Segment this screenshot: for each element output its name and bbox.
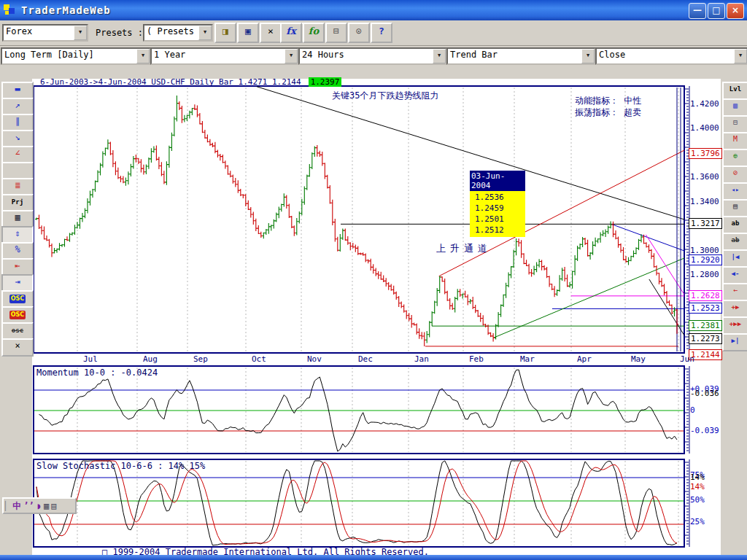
level-tool[interactable]: Lvl: [722, 82, 747, 100]
range-combobox[interactable]: 1 Year▼: [150, 47, 299, 65]
ime-grip[interactable]: ▏: [5, 501, 10, 511]
delete-button[interactable]: ×: [260, 23, 282, 43]
client-area: [32, 79, 721, 556]
step-back-button[interactable]: ←: [722, 283, 747, 301]
zoom-in-button[interactable]: ⊕: [722, 149, 747, 167]
month-label: Jan: [414, 354, 429, 364]
zoom-marked-button[interactable]: M: [722, 132, 747, 150]
delete-object-tool[interactable]: ×: [1, 338, 34, 357]
field-combobox-value: Close: [597, 49, 734, 63]
page-back-button[interactable]: ◀-: [722, 266, 747, 284]
indicator-axis-label: 25%: [690, 517, 705, 526]
presets-combobox[interactable]: ( Presets ) ▼: [143, 24, 213, 42]
trendline-annotation: 关键35个月下跌趋势线阻力: [332, 90, 438, 102]
tooltip-value: 1.2536: [470, 192, 525, 203]
price-tick-label: 1.3000: [690, 246, 719, 255]
zoom-marked-button-icon: M: [733, 135, 738, 143]
add-oscillator-below-button-icon: OSC: [9, 311, 26, 319]
remove-oscillator-button-icon: osc: [12, 327, 23, 334]
charttype-combobox-arrow[interactable]: ▼: [581, 49, 595, 63]
price-tick-label: 1.3400: [690, 197, 719, 206]
minimize-button[interactable]: —: [689, 3, 706, 19]
labels-off-button[interactable]: ab: [722, 233, 747, 251]
price-level-badge: 1.2273: [689, 333, 722, 344]
go-last-button[interactable]: ▶|: [722, 333, 747, 351]
market-combobox[interactable]: Forex ▼: [2, 24, 88, 42]
ime-menu-icon[interactable]: ▤: [51, 501, 56, 511]
charttype-combobox-value: Trend Bar: [448, 49, 581, 63]
function-fo-button[interactable]: fo: [303, 23, 325, 43]
save-button[interactable]: ▣: [237, 23, 259, 43]
scroll-bar-toggle-button[interactable]: ◂▸: [722, 182, 747, 201]
price-tick-label: 1.3600: [690, 172, 719, 182]
tooltip-value: 1.2459: [470, 203, 525, 214]
restore-button[interactable]: □: [708, 3, 725, 19]
field-combobox[interactable]: Close▼: [595, 47, 747, 65]
labels-on-button[interactable]: ab: [722, 216, 747, 234]
scroll-left-tool-icon: ⇤: [15, 260, 20, 271]
ime-keyboard-icon[interactable]: ▦: [44, 501, 49, 511]
timeframe-combobox[interactable]: Long Term [Daily]▼: [1, 47, 151, 65]
market-combobox-arrow[interactable]: ▼: [74, 26, 87, 40]
data-window-button[interactable]: ▤: [722, 199, 747, 217]
tooltip-values: 1.25361.24591.25011.2512: [470, 191, 525, 237]
page-back-button-icon: ◀-: [732, 270, 740, 277]
delete-object-tool-icon: ×: [15, 341, 20, 351]
grid-toggle-button[interactable]: ▥: [722, 98, 747, 117]
horizontal-line-tool-icon: ▬: [15, 84, 20, 94]
tooltip-date: 03-Jun-2004: [470, 171, 525, 191]
price-tick-label: 1.2800: [690, 270, 719, 279]
level-tool-icon: Lvl: [729, 85, 741, 93]
application-window: { "window": { "title": "TraderMadeWeb", …: [0, 0, 747, 560]
step-forward-button-icon: +▶: [732, 303, 740, 311]
title-bar[interactable]: TraderMadeWeb —□×: [0, 0, 747, 20]
range-combobox-arrow[interactable]: ▼: [285, 49, 298, 63]
fan-lines-tool-icon: ∠: [15, 148, 20, 158]
go-first-button-icon: |◀: [732, 253, 740, 260]
last-price-badge: 1.2397: [309, 77, 342, 87]
indicator-axis-label: 14%: [690, 472, 705, 482]
price-tick-label: 1.4000: [690, 123, 719, 133]
go-first-button[interactable]: |◀: [722, 249, 747, 268]
field-combobox-arrow[interactable]: ▼: [734, 49, 747, 63]
range-combobox-value: 1 Year: [152, 49, 285, 63]
month-label: Aug: [143, 354, 158, 364]
indicator-axis-label: 14%: [690, 482, 705, 491]
month-label: May: [631, 354, 646, 364]
market-combobox-value: Forex: [4, 26, 74, 40]
price-tick-label: 1.4200: [690, 99, 719, 109]
page-forward-button[interactable]: +▶▶: [722, 316, 747, 335]
window-title: TraderMadeWeb: [21, 4, 111, 16]
stochastic-header: Slow Stochastic 10-6-6 : 14% 15%: [36, 461, 205, 471]
ime-width-icon[interactable]: ◗: [36, 501, 42, 511]
function-fx-button[interactable]: fx: [280, 23, 302, 43]
print-button[interactable]: ⊟: [325, 23, 347, 43]
taskbar-edge: [0, 555, 747, 560]
ime-punctuation-icon[interactable]: ’’: [23, 501, 34, 511]
close-button[interactable]: ×: [727, 3, 744, 19]
pane-layout-button[interactable]: ⊟: [722, 115, 747, 133]
presets-label: Presets :: [96, 28, 143, 38]
scroll-right-tool-icon: ⇥: [15, 276, 20, 287]
parallel-lines-tool-icon: ∥: [15, 116, 20, 126]
indicator-axis-label: -0.036: [690, 389, 719, 398]
step-forward-button[interactable]: +▶: [722, 300, 747, 318]
month-label: Nov: [307, 354, 322, 364]
channel-annotation: 上升通道: [436, 242, 492, 255]
ime-language-bar[interactable]: ▏中’’◗▦▤: [2, 497, 77, 514]
print-preview-button[interactable]: ⊙: [348, 23, 370, 43]
save-all-button[interactable]: ◨: [214, 23, 236, 43]
session-combobox-arrow[interactable]: ▼: [433, 49, 446, 63]
session-combobox[interactable]: 24 Hours▼: [298, 47, 447, 65]
charttype-combobox[interactable]: Trend Bar▼: [446, 47, 596, 65]
presets-combobox-arrow[interactable]: ▼: [198, 26, 212, 40]
step-back-button-icon: ←: [733, 286, 738, 294]
help-button[interactable]: ?: [371, 23, 392, 43]
ime-language-icon[interactable]: 中: [12, 501, 21, 511]
month-label: Oct: [252, 354, 266, 364]
chart-window-tool-icon: ▦: [15, 212, 20, 222]
timeframe-combobox-arrow[interactable]: ▼: [136, 49, 150, 63]
zoom-off-button[interactable]: ⊘: [722, 166, 747, 184]
month-label: Mar: [520, 354, 535, 364]
price-level-badge: 1.2628: [689, 290, 722, 301]
